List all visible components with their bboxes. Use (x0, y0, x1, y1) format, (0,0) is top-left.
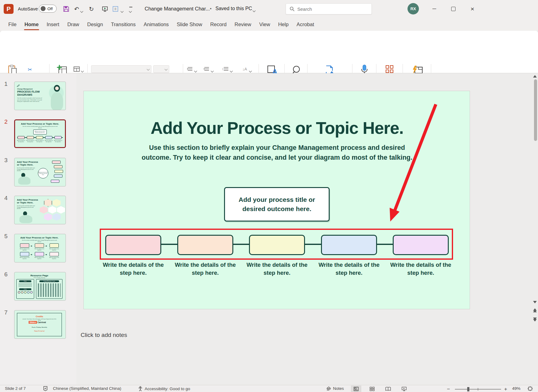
bullets-button[interactable] (186, 65, 194, 73)
notes-toggle-button[interactable]: Notes (326, 386, 344, 391)
normal-view-button[interactable] (351, 386, 361, 392)
undo-button[interactable]: ↶ (72, 4, 81, 14)
slide-indicator[interactable]: Slide 2 of 7 (5, 386, 26, 391)
slide-number: 6 (4, 271, 12, 278)
thumb2-title: Add Your Process or Topic Here. (15, 122, 65, 125)
start-slideshow-button[interactable] (100, 4, 110, 14)
zoom-slider-thumb[interactable] (467, 387, 469, 391)
close-button[interactable]: × (465, 0, 480, 18)
thumb1-title: PROCESS FLOW DIAGRAMS (17, 90, 42, 96)
undo-dropdown-icon[interactable] (81, 8, 83, 14)
autosave-label: AutoSave (18, 6, 38, 11)
text-direction-dropdown-icon[interactable] (249, 68, 251, 73)
tab-help[interactable]: Help (274, 19, 293, 30)
powerpoint-window: P AutoSave Off ↶ ↻ Change Management Cha… (0, 0, 538, 392)
normal-view-icon (354, 387, 359, 391)
addins-icon (386, 65, 394, 73)
next-slide-button[interactable] (533, 318, 537, 322)
scroll-up-button[interactable] (533, 75, 537, 78)
powerpoint-logo-icon[interactable]: P (4, 4, 14, 14)
spell-check-button[interactable] (43, 386, 48, 391)
text-direction-button[interactable]: ↓A (241, 65, 249, 73)
thumbnail-slide-6[interactable]: Resource Page Pexels. Pixabay. Sketchify… (14, 272, 66, 301)
redo-button[interactable]: ↻ (87, 4, 96, 14)
thumbnail-slide-1[interactable]: Change Management PROCESS FLOW DIAGRAMS … (14, 82, 66, 110)
autosave-toggle[interactable]: Off (39, 5, 57, 13)
tab-file[interactable]: File (4, 19, 21, 30)
tab-draw[interactable]: Draw (63, 19, 83, 30)
tab-slide-show[interactable]: Slide Show (173, 19, 206, 30)
account-avatar[interactable]: RX (408, 3, 419, 14)
slideshow-icon (402, 387, 407, 391)
quick-access-dropdown-icon[interactable] (121, 8, 123, 14)
save-button[interactable] (62, 4, 71, 14)
numbering-button[interactable] (203, 65, 211, 73)
thumbnail-slide-4[interactable]: Add Your Process or Topic Here. Use this… (14, 196, 66, 224)
search-bar[interactable] (286, 3, 372, 14)
autosave-state: Off (47, 6, 53, 11)
tab-view[interactable]: View (255, 19, 274, 30)
ribbon-tab-bar: File Home Insert Draw Design Transitions… (0, 18, 538, 31)
line-spacing-dropdown-icon[interactable] (230, 68, 232, 73)
accessibility-icon (138, 386, 143, 391)
tab-insert[interactable]: Insert (42, 19, 63, 30)
saved-status-dropdown-icon[interactable] (253, 7, 255, 13)
thumbnail-slide-5[interactable]: Add Your Process or Topic Here. Use this… (14, 234, 66, 262)
notes-icon (326, 386, 331, 391)
status-bar: Slide 2 of 7 Chinese (Simplified, Mainla… (0, 385, 538, 392)
thumb3-title: Add Your Process or Topic Here. (17, 161, 40, 166)
accessibility-checker[interactable]: Accessibility: Good to go (138, 386, 190, 391)
vertical-scrollbar-thumb[interactable] (534, 79, 537, 141)
slideshow-view-button[interactable] (399, 386, 409, 392)
fit-slide-to-window-button[interactable] (528, 386, 533, 391)
tab-design[interactable]: Design (83, 19, 107, 30)
layout-icon (74, 66, 80, 72)
slide-number: 1 (4, 81, 12, 87)
customize-quick-access-button[interactable] (129, 7, 132, 14)
previous-slide-button[interactable] (533, 308, 537, 312)
zoom-in-button[interactable]: + (504, 386, 507, 392)
tab-record[interactable]: Record (206, 19, 231, 30)
tab-home[interactable]: Home (21, 19, 43, 30)
tab-acrobat[interactable]: Acrobat (293, 19, 318, 30)
reading-view-button[interactable] (383, 386, 393, 392)
thumb7-title: Credits (14, 315, 64, 318)
proofing-icon (43, 386, 48, 391)
language-indicator[interactable]: Chinese (Simplified, Mainland China) (53, 386, 121, 391)
saved-status[interactable]: Saved to this PC (215, 6, 252, 11)
toggle-knob-icon (41, 6, 46, 11)
thumb2-body: Use this section to briefly explain your… (21, 126, 59, 129)
pencil-logo-icon (17, 84, 20, 87)
layout-dropdown-icon[interactable] (81, 68, 83, 73)
zoom-out-button[interactable]: − (447, 386, 450, 392)
line-spacing-button[interactable]: ↕ (221, 65, 229, 73)
thumb4-title: Add Your Process or Topic Here. (17, 198, 40, 204)
slide-number: 7 (4, 309, 12, 316)
tab-transitions[interactable]: Transitions (107, 19, 140, 30)
thumbnail-slide-2-selected[interactable]: Add Your Process or Topic Here. Use this… (14, 119, 66, 148)
search-input[interactable] (297, 6, 359, 12)
cut-button[interactable]: ✂ (26, 66, 34, 73)
thumbnail-slide-3[interactable]: Add Your Process or Topic Here. Use this… (14, 158, 66, 186)
title-bar: P AutoSave Off ↶ ↻ Change Management Cha… (0, 0, 538, 18)
thumbnail-slide-7[interactable]: Credits outcome. Try to keep it clear an… (14, 310, 66, 339)
ribbon: Paste ✂ Clipboard New Slide Sl (0, 31, 538, 73)
font-name-combobox[interactable] (91, 65, 151, 73)
slide-layout-button[interactable] (73, 65, 81, 73)
slide-number: 4 (4, 195, 12, 202)
maximize-button[interactable] (446, 0, 460, 18)
slide-canvas[interactable]: Add Your Process or Topic Here. Use this… (83, 91, 470, 309)
document-title[interactable]: Change Management Char... (145, 6, 210, 12)
tab-animations[interactable]: Animations (140, 19, 173, 30)
scroll-down-button[interactable] (533, 301, 537, 303)
bullets-dropdown-icon[interactable] (195, 68, 197, 73)
font-size-combobox[interactable] (153, 65, 169, 73)
zoom-level[interactable]: 49% (512, 386, 520, 391)
tab-review[interactable]: Review (231, 19, 255, 30)
notes-placeholder[interactable]: Click to add notes (81, 332, 127, 338)
annotation-red-arrow (84, 91, 470, 310)
numbering-dropdown-icon[interactable] (211, 68, 213, 73)
minimize-button[interactable]: ─ (427, 0, 441, 18)
slide-sorter-view-button[interactable] (367, 386, 377, 392)
quick-access-item-icon[interactable] (111, 4, 120, 14)
